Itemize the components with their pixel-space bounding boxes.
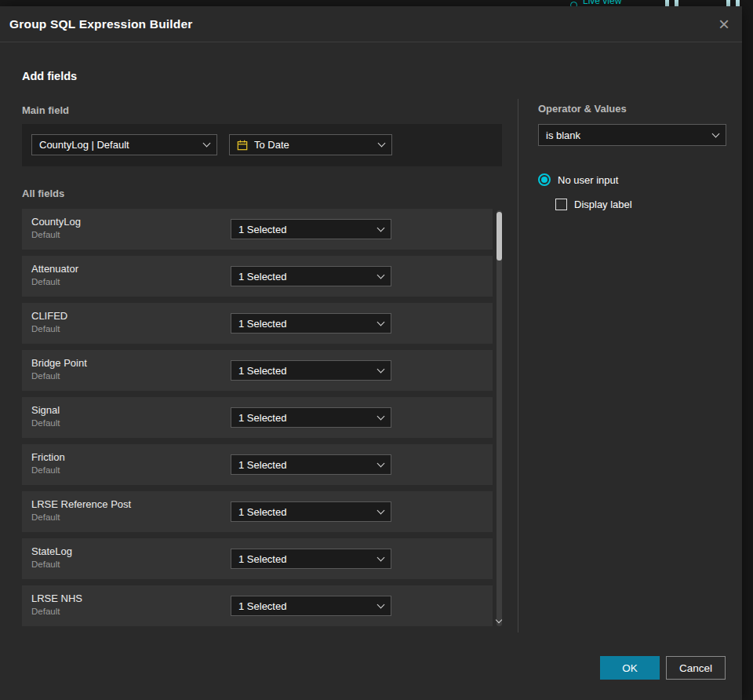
display-label-checkbox[interactable]: [555, 199, 567, 210]
field-row: CLIFED Default 1 Selected: [22, 303, 493, 344]
chevron-down-icon: [377, 553, 385, 561]
chevron-down-icon: [712, 129, 720, 137]
chevron-down-icon: [378, 140, 386, 148]
scrollbar[interactable]: [497, 210, 502, 626]
field-row: LRSE NHS Default 1 Selected: [22, 585, 493, 626]
column-divider: [518, 99, 518, 633]
field-subtitle: Default: [31, 230, 60, 239]
selected-count: 1 Selected: [238, 600, 372, 612]
field-name: CLIFED: [31, 310, 67, 322]
cancel-button[interactable]: Cancel: [666, 656, 726, 680]
main-field-select-value: CountyLog | Default: [39, 139, 198, 151]
selected-count: 1 Selected: [238, 553, 372, 565]
all-fields-list: CountyLog Default 1 Selected Attenuator …: [22, 209, 502, 628]
display-label-row: Display label: [555, 199, 632, 210]
field-row: CountyLog Default 1 Selected: [22, 209, 493, 250]
scrollbar-thumb[interactable]: [497, 212, 502, 261]
field-select-dropdown[interactable]: 1 Selected: [231, 501, 391, 522]
selected-count: 1 Selected: [238, 224, 372, 235]
chevron-down-icon: [377, 412, 385, 420]
field-subtitle: Default: [31, 465, 60, 475]
main-field-row: CountyLog | Default To Date: [22, 124, 502, 166]
radio-dot: [541, 177, 547, 183]
main-field-label: Main field: [22, 104, 69, 116]
scroll-down-icon[interactable]: [496, 617, 502, 623]
app-background-topbar: Live view: [0, 0, 753, 6]
field-select-dropdown[interactable]: 1 Selected: [231, 219, 391, 239]
field-row: LRSE Reference Post Default 1 Selected: [22, 491, 493, 532]
column-chart-icon: [675, 0, 678, 6]
field-select-dropdown[interactable]: 1 Selected: [231, 596, 391, 616]
field-name: LRSE NHS: [31, 592, 82, 604]
field-subtitle: Default: [31, 371, 60, 381]
field-select-dropdown[interactable]: 1 Selected: [231, 454, 391, 475]
selected-count: 1 Selected: [238, 459, 372, 471]
field-subtitle: Default: [31, 512, 60, 522]
operator-select-value: is blank: [546, 129, 707, 141]
date-field-select[interactable]: To Date: [229, 134, 392, 155]
chevron-down-icon: [377, 459, 385, 467]
chevron-down-icon: [377, 318, 385, 326]
selected-count: 1 Selected: [238, 318, 372, 330]
column-chart-icon: [726, 0, 730, 6]
field-subtitle: Default: [31, 277, 60, 286]
field-name: StateLog: [31, 545, 72, 557]
field-row: Attenuator Default 1 Selected: [22, 256, 493, 297]
field-subtitle: Default: [31, 324, 60, 334]
field-name: Signal: [31, 404, 60, 416]
field-row: StateLog Default 1 Selected: [22, 538, 493, 579]
field-row: Signal Default 1 Selected: [22, 397, 493, 438]
field-subtitle: Default: [31, 560, 60, 569]
field-select-dropdown[interactable]: 1 Selected: [231, 360, 391, 381]
field-subtitle: Default: [31, 418, 60, 428]
chevron-down-icon: [377, 365, 385, 373]
field-name: LRSE Reference Post: [31, 498, 131, 510]
field-name: Attenuator: [31, 263, 78, 275]
field-row: Friction Default 1 Selected: [22, 444, 493, 485]
chevron-down-icon: [377, 506, 385, 514]
field-name: Friction: [31, 451, 65, 463]
selected-count: 1 Selected: [238, 412, 372, 424]
chevron-down-icon: [377, 600, 385, 608]
field-name: Bridge Point: [31, 357, 87, 369]
field-select-dropdown[interactable]: 1 Selected: [231, 266, 391, 286]
operator-values-label: Operator & Values: [538, 103, 627, 115]
close-icon[interactable]: ×: [718, 15, 729, 34]
field-select-dropdown[interactable]: 1 Selected: [231, 549, 391, 569]
section-title: Add fields: [22, 70, 77, 82]
date-field-select-value: To Date: [254, 139, 373, 151]
no-user-input-radio[interactable]: [538, 173, 551, 186]
field-name: CountyLog: [31, 216, 81, 228]
selected-count: 1 Selected: [238, 506, 372, 518]
calendar-icon: [237, 140, 248, 151]
chevron-down-icon: [377, 224, 385, 232]
display-label-text: Display label: [574, 199, 632, 210]
live-view-label: Live view: [583, 0, 621, 6]
main-field-select[interactable]: CountyLog | Default: [31, 134, 217, 155]
chevron-down-icon: [377, 271, 385, 279]
column-chart-icon: [665, 0, 669, 6]
field-subtitle: Default: [31, 607, 60, 616]
app-background-strip: [742, 0, 753, 700]
field-row: Bridge Point Default 1 Selected: [22, 350, 493, 391]
group-sql-expression-builder-dialog: Group SQL Expression Builder × Add field…: [0, 6, 742, 700]
no-user-input-row: No user input: [538, 173, 618, 186]
ok-button[interactable]: OK: [600, 656, 660, 680]
field-select-dropdown[interactable]: 1 Selected: [231, 313, 391, 334]
selected-count: 1 Selected: [238, 271, 372, 283]
no-user-input-label: No user input: [558, 174, 618, 186]
field-select-dropdown[interactable]: 1 Selected: [231, 407, 391, 428]
column-chart-icon: [736, 0, 740, 6]
selected-count: 1 Selected: [238, 365, 372, 377]
chevron-down-icon: [203, 140, 211, 148]
dialog-title: Group SQL Expression Builder: [9, 17, 718, 31]
dialog-header: Group SQL Expression Builder ×: [0, 6, 742, 42]
operator-select[interactable]: is blank: [538, 124, 726, 146]
all-fields-label: All fields: [22, 188, 64, 199]
